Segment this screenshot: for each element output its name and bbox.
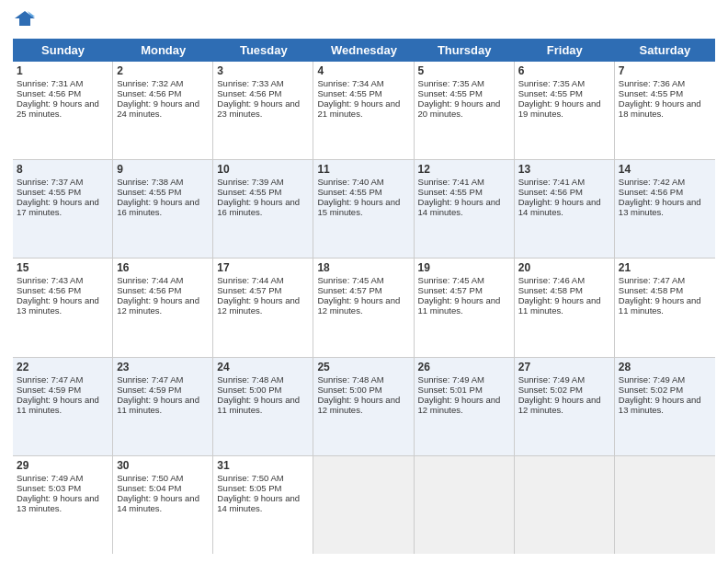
sunset-text: Sunset: 4:56 PM	[17, 285, 81, 295]
header-day-tuesday: Tuesday	[213, 39, 313, 62]
sunset-text: Sunset: 5:05 PM	[217, 483, 281, 493]
sunset-text: Sunset: 4:55 PM	[17, 187, 81, 197]
day-number: 7	[619, 64, 711, 77]
sunrise-text: Sunrise: 7:46 AM	[518, 275, 585, 285]
sunset-text: Sunset: 4:55 PM	[418, 187, 483, 197]
daylight-text: Daylight: 9 hours and 15 minutes.	[317, 197, 400, 217]
calendar-cell-day-30: 30Sunrise: 7:50 AMSunset: 5:04 PMDayligh…	[113, 456, 213, 554]
calendar-cell-day-24: 24Sunrise: 7:48 AMSunset: 5:00 PMDayligh…	[213, 358, 313, 455]
sunrise-text: Sunrise: 7:31 AM	[17, 78, 83, 88]
day-number: 13	[518, 163, 610, 176]
calendar-cell-day-27: 27Sunrise: 7:49 AMSunset: 5:02 PMDayligh…	[515, 358, 615, 455]
sunrise-text: Sunrise: 7:41 AM	[518, 177, 585, 187]
daylight-text: Daylight: 9 hours and 14 minutes.	[217, 493, 300, 513]
calendar-cell-day-25: 25Sunrise: 7:48 AMSunset: 5:00 PMDayligh…	[313, 358, 414, 455]
sunset-text: Sunset: 4:55 PM	[418, 88, 483, 98]
page-container: SundayMondayTuesdayWednesdayThursdayFrid…	[0, 0, 728, 563]
calendar-cell-day-1: 1Sunrise: 7:31 AMSunset: 4:56 PMDaylight…	[13, 62, 113, 159]
daylight-text: Daylight: 9 hours and 21 minutes.	[317, 98, 400, 119]
sunrise-text: Sunrise: 7:49 AM	[418, 374, 484, 385]
sunset-text: Sunset: 4:55 PM	[518, 88, 583, 98]
day-number: 22	[17, 361, 108, 373]
calendar-cell-day-22: 22Sunrise: 7:47 AMSunset: 4:59 PMDayligh…	[13, 358, 113, 455]
calendar-cell-day-19: 19Sunrise: 7:45 AMSunset: 4:57 PMDayligh…	[415, 259, 515, 356]
day-number: 31	[217, 459, 309, 472]
daylight-text: Daylight: 9 hours and 12 minutes.	[317, 395, 400, 415]
sunset-text: Sunset: 5:03 PM	[17, 483, 81, 493]
calendar-cell-day-14: 14Sunrise: 7:42 AMSunset: 4:56 PMDayligh…	[615, 160, 715, 258]
day-number: 3	[217, 64, 309, 77]
calendar-cell-day-3: 3Sunrise: 7:33 AMSunset: 4:56 PMDaylight…	[213, 62, 313, 159]
sunrise-text: Sunrise: 7:33 AM	[217, 78, 283, 88]
sunset-text: Sunset: 4:59 PM	[17, 385, 81, 395]
header-day-sunday: Sunday	[13, 39, 113, 62]
daylight-text: Daylight: 9 hours and 14 minutes.	[117, 493, 199, 513]
calendar-cell-day-2: 2Sunrise: 7:32 AMSunset: 4:56 PMDaylight…	[113, 62, 213, 159]
day-number: 2	[117, 64, 209, 77]
sunset-text: Sunset: 4:55 PM	[217, 187, 281, 197]
daylight-text: Daylight: 9 hours and 16 minutes.	[217, 197, 300, 217]
sunset-text: Sunset: 4:57 PM	[418, 285, 483, 295]
sunrise-text: Sunrise: 7:38 AM	[117, 177, 183, 187]
calendar-cell-day-12: 12Sunrise: 7:41 AMSunset: 4:55 PMDayligh…	[415, 160, 515, 258]
sunrise-text: Sunrise: 7:45 AM	[317, 275, 383, 285]
day-number: 29	[17, 459, 108, 472]
daylight-text: Daylight: 9 hours and 12 minutes.	[317, 295, 400, 316]
sunset-text: Sunset: 4:58 PM	[619, 285, 683, 295]
daylight-text: Daylight: 9 hours and 18 minutes.	[619, 98, 701, 119]
day-number: 5	[418, 64, 510, 77]
sunset-text: Sunset: 4:57 PM	[317, 285, 381, 295]
calendar-cell-day-26: 26Sunrise: 7:49 AMSunset: 5:01 PMDayligh…	[415, 358, 515, 455]
sunrise-text: Sunrise: 7:32 AM	[117, 78, 183, 88]
calendar: SundayMondayTuesdayWednesdayThursdayFrid…	[13, 39, 715, 554]
sunrise-text: Sunrise: 7:49 AM	[17, 473, 83, 483]
day-number: 8	[17, 163, 108, 176]
sunset-text: Sunset: 4:58 PM	[518, 285, 583, 295]
sunrise-text: Sunrise: 7:50 AM	[217, 473, 283, 483]
day-number: 25	[317, 361, 409, 373]
calendar-week-3: 15Sunrise: 7:43 AMSunset: 4:56 PMDayligh…	[13, 259, 715, 357]
daylight-text: Daylight: 9 hours and 13 minutes.	[619, 395, 701, 415]
day-number: 19	[418, 261, 510, 274]
day-number: 28	[619, 361, 711, 373]
calendar-cell-day-21: 21Sunrise: 7:47 AMSunset: 4:58 PMDayligh…	[615, 259, 715, 356]
daylight-text: Daylight: 9 hours and 23 minutes.	[217, 98, 300, 119]
sunrise-text: Sunrise: 7:36 AM	[619, 78, 685, 88]
day-number: 11	[317, 163, 409, 176]
sunset-text: Sunset: 4:55 PM	[117, 187, 181, 197]
daylight-text: Daylight: 9 hours and 11 minutes.	[619, 295, 701, 316]
sunset-text: Sunset: 4:56 PM	[518, 187, 583, 197]
calendar-cell-day-13: 13Sunrise: 7:41 AMSunset: 4:56 PMDayligh…	[515, 160, 615, 258]
sunset-text: Sunset: 4:56 PM	[117, 285, 181, 295]
header-day-monday: Monday	[113, 39, 213, 62]
day-number: 14	[619, 163, 711, 176]
calendar-cell-day-9: 9Sunrise: 7:38 AMSunset: 4:55 PMDaylight…	[113, 160, 213, 258]
calendar-cell-empty	[615, 456, 715, 554]
header-day-wednesday: Wednesday	[313, 39, 414, 62]
calendar-cell-day-29: 29Sunrise: 7:49 AMSunset: 5:03 PMDayligh…	[13, 456, 113, 554]
day-number: 27	[518, 361, 610, 373]
sunset-text: Sunset: 5:02 PM	[518, 385, 583, 395]
sunset-text: Sunset: 4:59 PM	[117, 385, 181, 395]
day-number: 21	[619, 261, 711, 274]
svg-marker-0	[15, 11, 35, 26]
sunrise-text: Sunrise: 7:34 AM	[317, 78, 383, 88]
calendar-cell-day-31: 31Sunrise: 7:50 AMSunset: 5:05 PMDayligh…	[213, 456, 313, 554]
calendar-week-4: 22Sunrise: 7:47 AMSunset: 4:59 PMDayligh…	[13, 358, 715, 456]
day-number: 1	[17, 64, 108, 77]
sunrise-text: Sunrise: 7:42 AM	[619, 177, 685, 187]
day-number: 18	[317, 261, 409, 274]
header-day-saturday: Saturday	[615, 39, 715, 62]
sunrise-text: Sunrise: 7:47 AM	[117, 374, 183, 385]
sunrise-text: Sunrise: 7:47 AM	[17, 374, 83, 385]
calendar-cell-day-7: 7Sunrise: 7:36 AMSunset: 4:55 PMDaylight…	[615, 62, 715, 159]
calendar-header: SundayMondayTuesdayWednesdayThursdayFrid…	[13, 39, 715, 62]
calendar-cell-day-15: 15Sunrise: 7:43 AMSunset: 4:56 PMDayligh…	[13, 259, 113, 356]
header-day-thursday: Thursday	[415, 39, 515, 62]
calendar-cell-day-8: 8Sunrise: 7:37 AMSunset: 4:55 PMDaylight…	[13, 160, 113, 258]
day-number: 26	[418, 361, 510, 373]
sunrise-text: Sunrise: 7:41 AM	[418, 177, 484, 187]
day-number: 9	[117, 163, 209, 176]
sunset-text: Sunset: 4:55 PM	[317, 187, 381, 197]
daylight-text: Daylight: 9 hours and 12 minutes.	[217, 295, 300, 316]
